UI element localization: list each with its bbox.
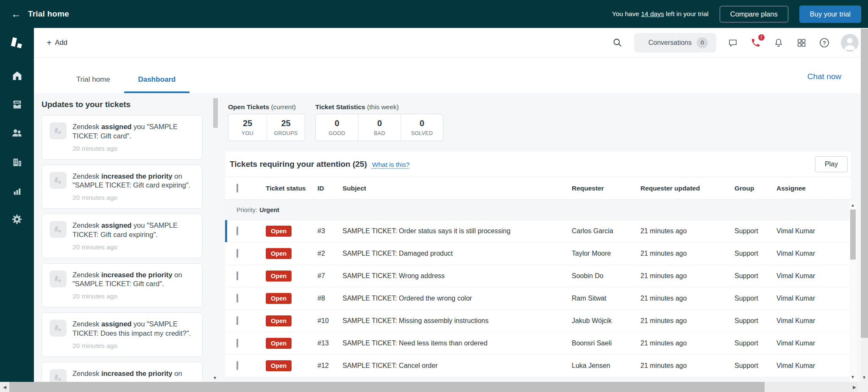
stat-cell-bad[interactable]: 0BAD — [358, 114, 401, 141]
buy-trial-button[interactable]: Buy your trial — [799, 6, 861, 23]
ticket-subject[interactable]: SAMPLE TICKET: Need less items than orde… — [342, 340, 572, 347]
row-checkbox[interactable] — [236, 316, 238, 325]
ticket-subject[interactable]: SAMPLE TICKET: Missing assembly instruct… — [342, 317, 572, 325]
table-scrollbar[interactable]: ▲ ▼ — [849, 202, 857, 382]
updates-scrollbar-thumb[interactable] — [213, 98, 218, 128]
ticket-id-cell: #7 — [317, 272, 342, 280]
ticket-row[interactable]: Open #12 SAMPLE TICKET: Cancel order Luk… — [225, 355, 851, 377]
chat-now-link[interactable]: Chat now — [807, 72, 841, 81]
ticket-subject[interactable]: SAMPLE TICKET: Damaged product — [342, 250, 572, 257]
page-scroll-down-icon[interactable]: ▼ — [862, 375, 866, 380]
update-card[interactable]: Zendesk increased the priority on "SAMPL… — [42, 165, 203, 209]
table-scrollbar-thumb[interactable] — [850, 210, 856, 259]
status-badge: Open — [266, 293, 292, 304]
update-timestamp: 20 minutes ago — [72, 145, 195, 152]
ticket-subject[interactable]: SAMPLE TICKET: Wrong address — [342, 272, 572, 280]
ticket-row[interactable]: Open #3 SAMPLE TICKET: Order status says… — [225, 220, 851, 243]
user-avatar[interactable] — [841, 34, 859, 52]
status-badge: Open — [266, 315, 292, 326]
update-card[interactable]: Zendesk assigned you "SAMPLE TICKET: Doe… — [42, 312, 203, 357]
ticket-updated: 21 minutes ago — [640, 250, 734, 257]
row-checkbox[interactable] — [236, 226, 238, 235]
scroll-left-icon[interactable]: ◀ — [0, 385, 9, 389]
ticket-requester: Carlos Garcia — [572, 227, 640, 235]
tabs: Trial home Dashboard — [62, 58, 189, 93]
update-card[interactable]: Zendesk increased the priority on — [42, 362, 203, 382]
stat-cell-groups[interactable]: 25GROUPS — [267, 114, 305, 141]
play-button[interactable]: Play — [815, 156, 848, 172]
page-scrollbar[interactable]: ▼ — [861, 28, 868, 382]
help-icon: ? — [819, 37, 830, 48]
stat-cell-good[interactable]: 0GOOD — [316, 114, 358, 141]
updates-panel: Updates to your tickets Zendesk assigned… — [42, 100, 203, 382]
col-requester[interactable]: Requester — [572, 185, 640, 192]
table-scroll-up-icon[interactable]: ▲ — [851, 203, 855, 207]
tab-dashboard[interactable]: Dashboard — [124, 58, 190, 93]
col-ticket-status[interactable]: Ticket status — [266, 185, 317, 192]
trial-home-back[interactable]: ← Trial home — [11, 9, 69, 19]
compare-plans-button[interactable]: Compare plans — [720, 6, 788, 22]
horizontal-scrollbar-thumb[interactable] — [9, 382, 765, 392]
add-button[interactable]: + Add — [43, 36, 71, 50]
back-arrow-icon[interactable]: ← — [11, 9, 21, 19]
horizontal-scrollbar[interactable]: ◀ ▶ — [0, 382, 868, 392]
conversations-button[interactable]: Conversations 0 — [634, 33, 716, 52]
updates-scroll-down-icon[interactable]: ▼ — [213, 375, 217, 380]
apps-button[interactable] — [795, 36, 808, 49]
what-is-this-link[interactable]: What is this? — [372, 161, 410, 168]
chat-button[interactable] — [726, 36, 739, 49]
ticket-id-cell: #12 — [317, 362, 342, 370]
help-button[interactable]: ? — [818, 36, 831, 49]
updates-scrollbar[interactable]: ▼ — [212, 96, 219, 382]
page-scrollbar-thumb[interactable] — [861, 29, 868, 338]
update-timestamp: 20 minutes ago — [72, 194, 195, 202]
ticket-row[interactable]: Open #8 SAMPLE TICKET: Ordered the wrong… — [225, 287, 851, 310]
scroll-right-icon[interactable]: ▶ — [853, 385, 856, 389]
sidebar-item-reporting[interactable] — [0, 176, 34, 205]
select-all-checkbox[interactable] — [236, 184, 238, 193]
ticket-row[interactable]: Open #13 SAMPLE TICKET: Need less items … — [225, 332, 851, 355]
ticket-subject[interactable]: SAMPLE TICKET: Cancel order — [342, 362, 572, 370]
sidebar-item-admin[interactable] — [0, 205, 34, 234]
table-scroll-down-icon[interactable]: ▼ — [851, 375, 855, 379]
status-badge: Open — [266, 248, 292, 259]
col-requester-updated[interactable]: Requester updated — [640, 185, 734, 192]
notifications-button[interactable] — [772, 36, 785, 49]
ticket-subject[interactable]: SAMPLE TICKET: Order status says it is s… — [342, 227, 572, 235]
talk-button[interactable]: ! — [749, 36, 762, 49]
ticket-row[interactable]: Open #7 SAMPLE TICKET: Wrong address Soo… — [225, 265, 851, 287]
col-subject[interactable]: Subject — [342, 185, 572, 192]
trial-msg-suffix: left in your trial — [664, 10, 709, 17]
trial-days-link[interactable]: 14 days — [641, 10, 664, 17]
search-button[interactable] — [611, 36, 624, 49]
open-tickets-title: Open Tickets — [228, 103, 269, 110]
zendesk-logo[interactable] — [8, 34, 26, 52]
col-id[interactable]: ID — [317, 185, 342, 192]
tab-trial-home[interactable]: Trial home — [62, 58, 124, 93]
stat-cell-you[interactable]: 25YOU — [228, 114, 267, 141]
col-group[interactable]: Group — [734, 185, 776, 192]
ticket-row[interactable]: Open #2 SAMPLE TICKET: Damaged product T… — [225, 243, 851, 265]
update-card[interactable]: Zendesk increased the priority on "SAMPL… — [42, 263, 203, 308]
row-checkbox[interactable] — [236, 361, 238, 370]
sidebar-item-views[interactable] — [0, 90, 34, 119]
row-checkbox[interactable] — [236, 249, 238, 258]
stat-cell-solved[interactable]: 0SOLVED — [401, 114, 443, 141]
attention-header: Tickets requiring your attention (25) Wh… — [225, 152, 851, 177]
conversations-label: Conversations — [648, 39, 692, 47]
row-checkbox[interactable] — [236, 339, 238, 348]
sidebar — [0, 28, 34, 382]
row-checkbox[interactable] — [236, 294, 238, 303]
col-assignee[interactable]: Assignee — [776, 185, 851, 192]
person-icon — [841, 34, 859, 52]
update-card[interactable]: Zendesk assigned you "SAMPLE TICKET: Gif… — [42, 115, 203, 160]
row-checkbox[interactable] — [236, 271, 238, 280]
sidebar-item-organizations[interactable] — [0, 147, 34, 176]
update-card[interactable]: Zendesk assigned you "SAMPLE TICKET: Gif… — [42, 214, 203, 258]
ticket-subject[interactable]: SAMPLE TICKET: Ordered the wrong color — [342, 295, 572, 302]
ticket-row[interactable]: Open #10 SAMPLE TICKET: Missing assembly… — [225, 310, 851, 332]
ticket-group: Support — [734, 227, 776, 235]
sidebar-item-home[interactable] — [0, 61, 34, 90]
update-text: Zendesk assigned you "SAMPLE TICKET: Gif… — [72, 122, 195, 141]
sidebar-item-customers[interactable] — [0, 119, 34, 147]
